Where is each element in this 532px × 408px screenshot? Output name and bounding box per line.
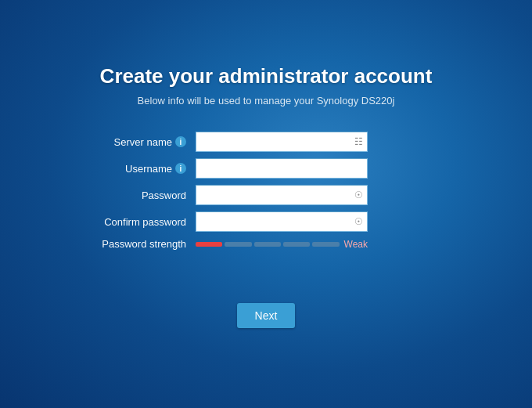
password-strength-row: Password strength Weak [63, 238, 469, 250]
confirm-password-row: Confirm password ☉ [63, 211, 469, 232]
confirm-password-label: Confirm password [63, 216, 196, 228]
form-area: Server name i ☷ Username i Password [63, 132, 469, 256]
server-name-input[interactable] [196, 132, 368, 152]
confirm-password-input-wrapper: ☉ [196, 211, 368, 232]
password-label: Password [63, 190, 196, 201]
server-name-row: Server name i ☷ [63, 132, 469, 152]
username-input[interactable] [196, 158, 368, 179]
username-info-icon[interactable]: i [175, 163, 186, 174]
next-button[interactable]: Next [237, 303, 295, 328]
password-input[interactable] [196, 185, 368, 205]
strength-segment-5 [312, 242, 339, 247]
server-name-input-wrapper: ☷ [196, 132, 368, 152]
username-label: Username i [63, 163, 196, 175]
strength-segment-4 [283, 242, 310, 247]
page-title: Create your administrator account [100, 64, 433, 88]
username-input-wrapper [196, 158, 368, 179]
server-name-info-icon[interactable]: i [175, 136, 186, 147]
strength-bar [196, 242, 340, 247]
strength-text-label: Weak [344, 239, 368, 250]
strength-bar-container: Weak [196, 239, 368, 250]
password-row: Password ☉ [63, 185, 469, 205]
main-container: Create your administrator account Below … [63, 64, 469, 328]
strength-segment-2 [225, 242, 251, 247]
strength-segment-3 [254, 242, 281, 247]
username-row: Username i [63, 158, 469, 179]
password-input-wrapper: ☉ [196, 185, 368, 205]
server-name-label: Server name i [63, 136, 196, 148]
password-strength-label: Password strength [63, 238, 196, 250]
confirm-password-input[interactable] [196, 211, 368, 232]
page-subtitle: Below info will be used to manage your S… [138, 95, 395, 107]
strength-segment-1 [196, 242, 222, 247]
